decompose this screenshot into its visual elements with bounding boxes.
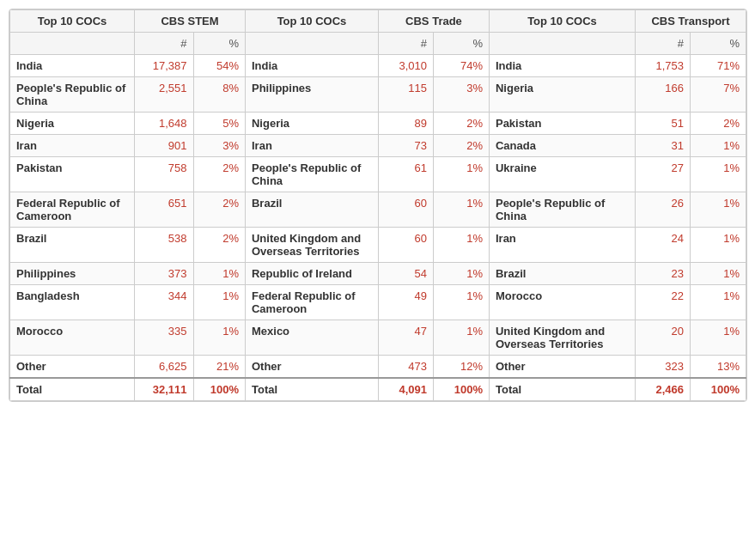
transport-pct-cell: 1% — [690, 157, 746, 192]
stem-num-cell: 6,625 — [135, 356, 194, 379]
trade-pct-cell: 100% — [433, 378, 489, 401]
stem-num-cell: 2,551 — [135, 77, 194, 113]
transport-country-cell: Pakistan — [489, 113, 635, 135]
transport-pct-cell: 1% — [690, 320, 746, 356]
trade-pct-cell: 2% — [433, 135, 489, 157]
table-row: Bangladesh3441%Federal Republic of Camer… — [10, 285, 746, 320]
table-row: People's Republic of China2,5518%Philipp… — [10, 77, 746, 113]
trade-num-cell: 60 — [378, 228, 433, 263]
transport-country-cell: Iran — [489, 228, 635, 263]
trade-num-cell: 47 — [378, 320, 433, 356]
stem-pct-cell: 3% — [193, 135, 245, 157]
stem-pct-cell: 2% — [193, 192, 245, 228]
table-row: Philippines3731%Republic of Ireland541%B… — [10, 263, 746, 285]
transport-pct-cell: 2% — [690, 113, 746, 135]
transport-num-cell: 2,466 — [635, 378, 690, 401]
transport-country-cell: Brazil — [489, 263, 635, 285]
transport-country-cell: United Kingdom and Overseas Territories — [489, 320, 635, 356]
stem-num-cell: 335 — [135, 320, 194, 356]
table-row: Morocco3351%Mexico471%United Kingdom and… — [10, 320, 746, 356]
table-row: Nigeria1,6485%Nigeria892%Pakistan512% — [10, 113, 746, 135]
stem-top10-header: Top 10 COCs — [10, 10, 135, 33]
trade-label-header: CBS Trade — [378, 10, 489, 33]
transport-num-cell: 22 — [635, 285, 690, 320]
trade-country-cell: Other — [245, 356, 378, 379]
trade-pct-cell: 1% — [433, 263, 489, 285]
transport-num-cell: 27 — [635, 157, 690, 192]
stem-num-cell: 538 — [135, 228, 194, 263]
table-row: Federal Republic of Cameroon6512%Brazil6… — [10, 192, 746, 228]
transport-num-cell: 26 — [635, 192, 690, 228]
transport-pct-cell: 100% — [690, 378, 746, 401]
stem-pct-cell: 54% — [193, 55, 245, 77]
stem-pct-cell: 21% — [193, 356, 245, 379]
trade-country-cell: Brazil — [245, 192, 378, 228]
stem-pct-cell: 1% — [193, 285, 245, 320]
trade-pct-cell: 2% — [433, 113, 489, 135]
trade-num-cell: 115 — [378, 77, 433, 113]
transport-country-cell: Other — [489, 356, 635, 379]
transport-num-cell: 323 — [635, 356, 690, 379]
stem-pct-cell: 8% — [193, 77, 245, 113]
transport-country-cell: India — [489, 55, 635, 77]
transport-country-cell: Nigeria — [489, 77, 635, 113]
trade-pct-cell: 74% — [433, 55, 489, 77]
transport-country-cell: People's Republic of China — [489, 192, 635, 228]
transport-num-cell: 23 — [635, 263, 690, 285]
stem-country-cell: Morocco — [10, 320, 135, 356]
stem-num-cell: 901 — [135, 135, 194, 157]
stem-num-cell: 1,648 — [135, 113, 194, 135]
sub-header-row: # % # % # % — [10, 33, 746, 55]
trade-pct-cell: 3% — [433, 77, 489, 113]
transport-num-cell: 24 — [635, 228, 690, 263]
stem-country-cell: Pakistan — [10, 157, 135, 192]
transport-pct-cell: 1% — [690, 228, 746, 263]
stem-country-cell: Bangladesh — [10, 285, 135, 320]
transport-num-cell: 1,753 — [635, 55, 690, 77]
stem-country-cell: People's Republic of China — [10, 77, 135, 113]
transport-pct-cell: 1% — [690, 135, 746, 157]
table-row: Other6,62521%Other47312%Other32313% — [10, 356, 746, 379]
trade-num-cell: 89 — [378, 113, 433, 135]
stem-pct-cell: 1% — [193, 263, 245, 285]
stem-country-cell: Brazil — [10, 228, 135, 263]
trade-country-cell: People's Republic of China — [245, 157, 378, 192]
transport-country-cell: Total — [489, 378, 635, 401]
stem-country-cell: Iran — [10, 135, 135, 157]
stem-pct-subheader: % — [193, 33, 245, 55]
section-header-row: Top 10 COCs CBS STEM Top 10 COCs CBS Tra… — [10, 10, 746, 33]
stem-pct-cell: 2% — [193, 157, 245, 192]
stem-num-cell: 758 — [135, 157, 194, 192]
trade-pct-cell: 1% — [433, 192, 489, 228]
stem-country-cell: Federal Republic of Cameroon — [10, 192, 135, 228]
stem-country-cell: Other — [10, 356, 135, 379]
transport-num-cell: 31 — [635, 135, 690, 157]
trade-country-cell: Total — [245, 378, 378, 401]
stem-country-cell: Nigeria — [10, 113, 135, 135]
stem-pct-cell: 100% — [193, 378, 245, 401]
transport-pct-cell: 1% — [690, 285, 746, 320]
transport-country-subheader — [489, 33, 635, 55]
table-row: Total32,111100%Total4,091100%Total2,4661… — [10, 378, 746, 401]
transport-pct-cell: 13% — [690, 356, 746, 379]
transport-pct-cell: 71% — [690, 55, 746, 77]
trade-country-cell: Mexico — [245, 320, 378, 356]
trade-pct-cell: 1% — [433, 228, 489, 263]
main-table-container: Top 10 COCs CBS STEM Top 10 COCs CBS Tra… — [9, 9, 747, 402]
trade-country-cell: Iran — [245, 135, 378, 157]
stem-country-cell: Philippines — [10, 263, 135, 285]
transport-pct-cell: 1% — [690, 192, 746, 228]
transport-label-header: CBS Transport — [635, 10, 746, 33]
trade-country-cell: Republic of Ireland — [245, 263, 378, 285]
trade-country-cell: United Kingdom and Overseas Territories — [245, 228, 378, 263]
trade-pct-cell: 12% — [433, 356, 489, 379]
table-row: India17,38754%India3,01074%India1,75371% — [10, 55, 746, 77]
transport-num-cell: 20 — [635, 320, 690, 356]
stem-hash-subheader: # — [135, 33, 194, 55]
trade-country-subheader — [245, 33, 378, 55]
stem-pct-cell: 1% — [193, 320, 245, 356]
trade-top10-header: Top 10 COCs — [245, 10, 378, 33]
data-table: Top 10 COCs CBS STEM Top 10 COCs CBS Tra… — [9, 9, 746, 401]
transport-num-cell: 51 — [635, 113, 690, 135]
transport-country-cell: Canada — [489, 135, 635, 157]
